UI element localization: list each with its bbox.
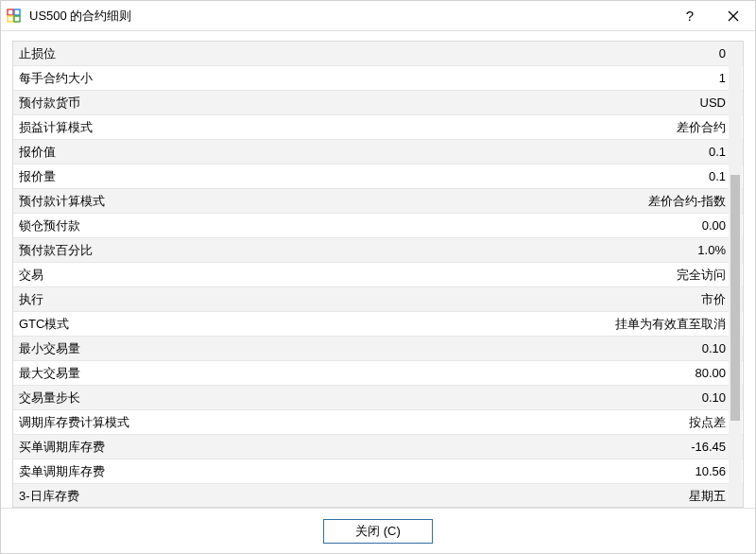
table-row[interactable]: 交易量步长0.10 bbox=[13, 386, 743, 410]
table-row[interactable]: 买单调期库存费-16.45 bbox=[13, 435, 743, 459]
table-row[interactable]: 止损位0 bbox=[13, 42, 743, 66]
property-label: 预付款计算模式 bbox=[13, 189, 648, 213]
property-label: 执行 bbox=[13, 287, 701, 311]
property-value: 挂单为有效直至取消 bbox=[615, 312, 743, 336]
table-row[interactable]: 最小交易量0.10 bbox=[13, 337, 743, 361]
property-label: 交易量步长 bbox=[13, 386, 702, 409]
close-button[interactable] bbox=[712, 1, 755, 31]
table-row[interactable]: 预付款货币USD bbox=[13, 91, 743, 115]
property-label: 卖单调期库存费 bbox=[13, 459, 695, 483]
property-label: 最大交易量 bbox=[13, 361, 695, 385]
property-label: 止损位 bbox=[13, 42, 719, 65]
properties-table: 止损位0每手合约大小1预付款货币USD损益计算模式差价合约报价值0.1报价量0.… bbox=[12, 41, 744, 508]
help-button[interactable]: ? bbox=[668, 1, 712, 31]
property-label: 最小交易量 bbox=[13, 337, 702, 360]
scrollbar-thumb[interactable] bbox=[730, 175, 740, 421]
window-title: US500 的合约细则 bbox=[27, 8, 668, 25]
svg-rect-0 bbox=[8, 9, 13, 15]
table-row[interactable]: 卖单调期库存费10.56 bbox=[13, 459, 743, 484]
property-label: 锁仓预付款 bbox=[13, 214, 702, 237]
table-row[interactable]: 3-日库存费星期五 bbox=[13, 484, 743, 507]
table-row[interactable]: 每手合约大小1 bbox=[13, 66, 743, 91]
svg-rect-3 bbox=[14, 16, 20, 22]
dialog-footer: 关闭 (C) bbox=[1, 508, 755, 553]
svg-rect-1 bbox=[14, 9, 20, 15]
table-row[interactable]: 锁仓预付款0.00 bbox=[13, 214, 743, 238]
table-row[interactable]: 交易完全访问 bbox=[13, 263, 743, 287]
vertical-scrollbar[interactable] bbox=[729, 43, 742, 506]
property-label: 报价量 bbox=[13, 164, 709, 188]
table-row[interactable]: 预付款百分比1.0% bbox=[13, 238, 743, 263]
table-row[interactable]: 损益计算模式差价合约 bbox=[13, 115, 743, 140]
table-row[interactable]: GTC模式挂单为有效直至取消 bbox=[13, 312, 743, 337]
table-row[interactable]: 执行市价 bbox=[13, 287, 743, 312]
property-label: 买单调期库存费 bbox=[13, 435, 691, 459]
property-label: 调期库存费计算模式 bbox=[13, 410, 689, 434]
dialog-body: 止损位0每手合约大小1预付款货币USD损益计算模式差价合约报价值0.1报价量0.… bbox=[1, 31, 755, 508]
property-label: 预付款百分比 bbox=[13, 238, 697, 262]
property-label: 损益计算模式 bbox=[13, 115, 677, 139]
dialog-window: US500 的合约细则 ? 止损位0每手合约大小1预付款货币USD损益计算模式差… bbox=[0, 0, 756, 554]
svg-rect-2 bbox=[8, 16, 13, 22]
table-row[interactable]: 调期库存费计算模式按点差 bbox=[13, 410, 743, 435]
property-label: 每手合约大小 bbox=[13, 66, 719, 90]
table-row[interactable]: 报价值0.1 bbox=[13, 140, 743, 164]
close-dialog-button[interactable]: 关闭 (C) bbox=[323, 519, 433, 544]
property-label: 报价值 bbox=[13, 140, 709, 164]
close-icon bbox=[728, 10, 739, 22]
table-row[interactable]: 最大交易量80.00 bbox=[13, 361, 743, 386]
property-label: 预付款货币 bbox=[13, 91, 700, 114]
table-row[interactable]: 报价量0.1 bbox=[13, 164, 743, 189]
table-row[interactable]: 预付款计算模式差价合约-指数 bbox=[13, 189, 743, 214]
property-label: 交易 bbox=[13, 263, 677, 286]
table-scroll-area: 止损位0每手合约大小1预付款货币USD损益计算模式差价合约报价值0.1报价量0.… bbox=[13, 42, 743, 507]
app-icon bbox=[1, 9, 27, 24]
property-label: 3-日库存费 bbox=[13, 484, 689, 507]
property-label: GTC模式 bbox=[13, 312, 615, 336]
titlebar: US500 的合约细则 ? bbox=[1, 1, 755, 31]
